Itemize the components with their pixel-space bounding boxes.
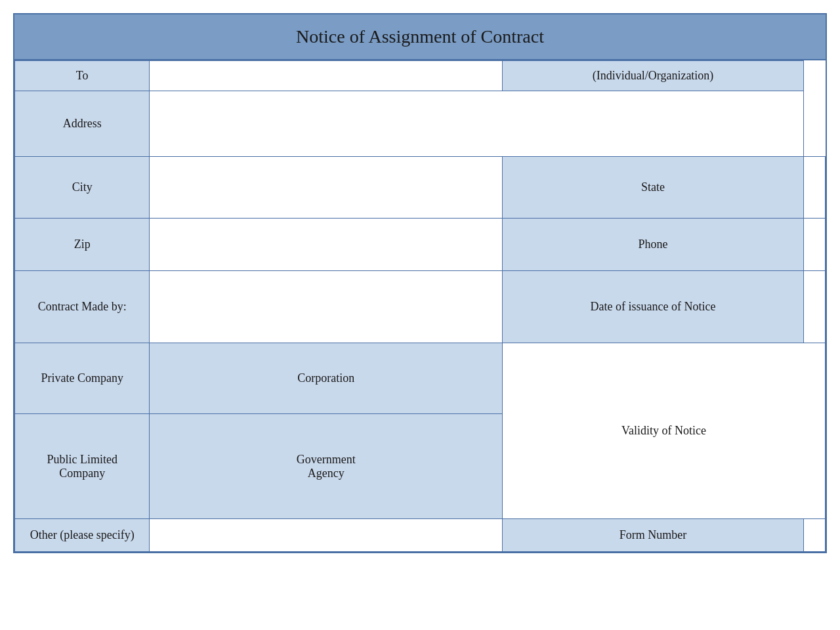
to-label: To <box>15 61 150 91</box>
row-address: Address <box>15 91 826 157</box>
zip-value[interactable] <box>150 219 503 271</box>
public-limited-label: Public Limited Company <box>15 414 150 519</box>
state-value[interactable] <box>803 157 825 219</box>
city-value[interactable] <box>150 157 503 219</box>
other-value[interactable] <box>150 519 503 552</box>
form-title: Notice of Assignment of Contract <box>14 14 826 60</box>
address-value[interactable] <box>150 91 804 157</box>
form-table: To (Individual/Organization) Address Cit… <box>14 60 826 552</box>
row-city-state: City State <box>15 157 826 219</box>
form-number-label: Form Number <box>503 519 804 552</box>
to-value[interactable] <box>150 61 503 91</box>
corporation-label: Corporation <box>150 343 503 414</box>
row-private-corporation: Private Company Corporation Validity of … <box>15 343 826 414</box>
phone-label: Phone <box>503 219 804 271</box>
validity-label: Validity of Notice <box>503 343 826 519</box>
private-company-label: Private Company <box>15 343 150 414</box>
row-to: To (Individual/Organization) <box>15 61 826 91</box>
contract-made-label: Contract Made by: <box>15 271 150 343</box>
state-label: State <box>503 157 804 219</box>
date-issuance-value[interactable] <box>803 271 825 343</box>
form-number-value[interactable] <box>803 519 825 552</box>
row-contract-date: Contract Made by: Date of issuance of No… <box>15 271 826 343</box>
row-zip-phone: Zip Phone <box>15 219 826 271</box>
city-label: City <box>15 157 150 219</box>
row-other-form: Other (please specify) Form Number <box>15 519 826 552</box>
phone-value[interactable] <box>803 219 825 271</box>
address-label: Address <box>15 91 150 157</box>
other-label: Other (please specify) <box>15 519 150 552</box>
zip-label: Zip <box>15 219 150 271</box>
form-container: Notice of Assignment of Contract To (Ind… <box>13 13 827 553</box>
contract-made-value[interactable] <box>150 271 503 343</box>
government-agency-label: Government Agency <box>150 414 503 519</box>
date-issuance-label: Date of issuance of Notice <box>503 271 804 343</box>
individual-org-label: (Individual/Organization) <box>503 61 804 91</box>
